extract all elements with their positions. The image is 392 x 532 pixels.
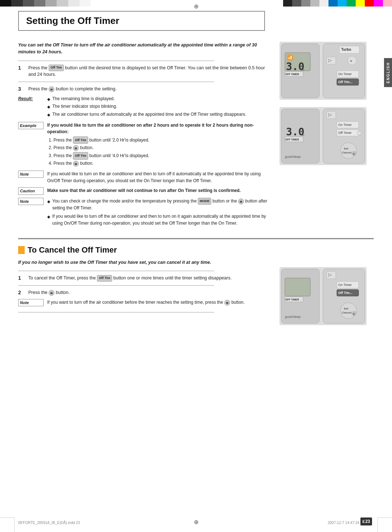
right-column: OFF TIMER 3.0 Hr. 📶 Turbo ❄ (279, 42, 374, 231)
color-seg-lightgray (310, 0, 319, 7)
svg-text:On Timer: On Timer (338, 123, 352, 127)
set-button-icon-1: ≋ (49, 86, 54, 92)
note1-block: Note If you would like to turn on the ai… (18, 171, 272, 184)
result-bullet-1: ◆ The remaining time is displayed. (47, 95, 272, 103)
svg-text:Cancel: Cancel (342, 151, 351, 154)
cancel-step-1-number: 1 (18, 275, 28, 281)
svg-text:OFF  TIMER: OFF TIMER (285, 298, 299, 301)
note2-block: Note ◆ You can check or change the mode … (18, 198, 272, 228)
bullet-diamond-note2-2: ◆ (47, 214, 50, 227)
example-step-1: 1. Press the Off Tim button until '2.0 H… (49, 136, 272, 144)
gray-seg-1 (0, 0, 11, 7)
intro-paragraph: You can set the Off Timer to turn off th… (18, 42, 272, 56)
result-content: ◆ The remaining time is displayed. ◆ The… (47, 95, 272, 119)
svg-text:Hr.: Hr. (301, 134, 305, 137)
color-seg-lightblue (338, 0, 347, 7)
example-step-2: 2. Press the ≋ button. (49, 144, 272, 152)
step-1-text: Press the Off Tim button until the desir… (28, 65, 272, 78)
orange-bullet (18, 246, 25, 254)
svg-text:OFF  TIMER: OFF TIMER (285, 73, 299, 75)
svg-text:On Timer: On Timer (338, 283, 352, 287)
gray-seg-7 (68, 0, 79, 7)
example-block: Example If you would like to turn the ai… (18, 122, 272, 168)
svg-text:Off Tim...: Off Tim... (338, 291, 352, 295)
svg-text:Set: Set (344, 147, 348, 150)
set-btn-note2: ≋ (238, 199, 244, 204)
remote-svg-1: OFF TIMER 3.0 Hr. 📶 Turbo ❄ (279, 42, 367, 100)
off-timer-cancel-btn: Off Tim (97, 275, 112, 282)
left-column: You can set the Off Timer to turn off th… (18, 42, 272, 231)
svg-text:Cancel: Cancel (342, 311, 351, 314)
footer-right-text: 2007-12-7 14:47:24 (328, 521, 359, 525)
bullet-diamond-icon: ◆ (47, 96, 50, 103)
gray-seg-4 (34, 0, 45, 7)
mode-btn-icon: MODE (198, 198, 211, 204)
cancel-left-col: To Cancel the Off Timer If you no longer… (18, 245, 272, 325)
registration-mark-bottom: ⊕ (194, 519, 199, 525)
page-number: E23 (360, 517, 372, 525)
svg-text:▷: ▷ (328, 58, 332, 63)
set-btn-cancel: ≋ (49, 290, 54, 296)
set-btn-cancel-note: ≋ (224, 300, 230, 306)
note2-content: ◆ You can check or change the mode and/o… (47, 198, 272, 228)
example-step-3: 3. Press the Off Tim button until '4.0 H… (49, 152, 272, 160)
svg-point-50 (340, 303, 356, 319)
svg-text:📶: 📶 (287, 54, 293, 61)
cancel-section: To Cancel the Off Timer If you no longer… (18, 238, 374, 325)
remote-image-3: OFF TIMER good'sleep ▷ On Timer (279, 267, 367, 325)
divider-cancel-3 (18, 312, 214, 312)
svg-text:⏻: ⏻ (353, 153, 355, 155)
bullet-diamond-icon-2: ◆ (47, 104, 50, 110)
remote-image-1: OFF TIMER 3.0 Hr. 📶 Turbo ❄ (279, 42, 367, 100)
svg-text:good'sleep: good'sleep (285, 155, 301, 159)
svg-text:▷: ▷ (328, 112, 332, 117)
svg-text:Off Timer: Off Timer (338, 131, 352, 135)
divider-2 (18, 82, 214, 82)
example-label: Example (18, 122, 44, 130)
remote-image-2: OFF TIMER 3.0 Hr. good'sleep ▷ On T (279, 107, 367, 165)
step-1: 1 Press the Off Tim button until the des… (18, 65, 272, 78)
page-number-value: 23 (365, 519, 370, 524)
result-label: Result: (18, 95, 44, 102)
note2-bullet-2: ◆ If you would like to turn off the air … (47, 213, 272, 227)
svg-text:On Timer: On Timer (338, 72, 352, 76)
cancel-step-2: 2 Press the ≋ button. (18, 289, 272, 296)
svg-text:▷: ▷ (328, 272, 332, 277)
off-timer-btn-ex3: Off Tim (73, 152, 88, 159)
color-seg-black (283, 0, 292, 7)
color-seg-pink (383, 0, 392, 7)
color-bar (283, 0, 392, 7)
cancel-intro: If you no longer wish to use the Off Tim… (18, 259, 272, 266)
svg-text:Hr.: Hr. (301, 68, 305, 71)
registration-mark-top: ⊕ (194, 3, 199, 10)
svg-point-33 (340, 143, 356, 159)
svg-text:good'sleep: good'sleep (285, 315, 301, 319)
gray-seg-3 (23, 0, 34, 7)
cancel-title-row: To Cancel the Off Timer (18, 245, 272, 255)
step-3-text: Press the ≋ button to complete the setti… (28, 86, 272, 93)
result-bullet-3: ◆ The air conditioner turns off automati… (47, 111, 272, 118)
step-3-number: 3 (18, 86, 28, 92)
svg-text:🕐: 🕐 (358, 132, 361, 135)
gray-seg-8 (79, 0, 91, 7)
example-step-4: 4. Press the ≋ button. (49, 160, 272, 168)
set-btn-ex2: ≋ (73, 145, 79, 151)
note1-label: Note (18, 171, 44, 178)
main-layout: You can set the Off Timer to turn off th… (18, 42, 374, 231)
cancel-step-2-text: Press the ≋ button. (28, 289, 272, 296)
cancel-main-layout: To Cancel the Off Timer If you no longer… (18, 245, 374, 325)
off-timer-button-icon: Off Tim (49, 65, 64, 71)
svg-text:❄: ❄ (350, 60, 352, 63)
remote-svg-3: OFF TIMER good'sleep ▷ On Timer (279, 267, 367, 325)
caution-block: Caution Make sure that the air condition… (18, 187, 272, 195)
svg-text:⏻: ⏻ (353, 313, 355, 315)
example-steps: 1. Press the Off Tim button until '2.0 H… (49, 136, 272, 168)
cancel-note-label: Note (18, 299, 44, 307)
svg-text:Off Tim...: Off Tim... (338, 80, 352, 84)
divider-cancel-2 (18, 285, 214, 286)
off-timer-btn-ex1: Off Tim (73, 136, 88, 144)
cancel-note-content: If you want to turn off the air conditio… (47, 299, 272, 306)
gray-seg-2 (11, 0, 23, 7)
cancel-step-2-number: 2 (18, 290, 28, 295)
gray-seg-6 (57, 0, 68, 7)
